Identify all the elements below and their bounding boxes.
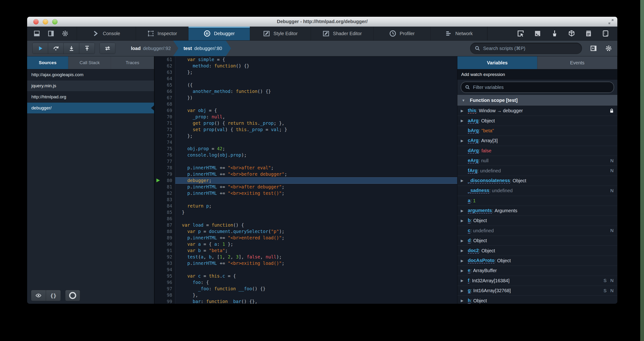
gear-icon[interactable] (62, 30, 69, 37)
line-number[interactable]: 93 (154, 260, 175, 266)
source-item[interactable]: debugger/ (27, 102, 154, 114)
pick-element-icon[interactable] (517, 30, 524, 37)
line-number[interactable]: 72 (154, 126, 175, 133)
resize-icon[interactable] (608, 19, 614, 25)
expand-arrow-icon[interactable]: ▶ (461, 109, 464, 113)
line-number[interactable]: 85 (154, 209, 175, 216)
line-number[interactable]: 67 (154, 94, 175, 101)
responsive-mode-icon[interactable] (602, 30, 609, 37)
line-number[interactable]: 88 (154, 228, 175, 235)
expand-arrow-icon[interactable]: ▶ (461, 248, 464, 253)
variable-row[interactable]: ▶ f: Int32Array[16384] SN (458, 276, 617, 286)
source-group[interactable]: http://ajax.googleapis.com (27, 69, 154, 80)
tab-style-editor[interactable]: Style Editor (250, 27, 311, 40)
line-number[interactable]: 64 (154, 76, 175, 82)
panel-toggle-icon[interactable] (590, 45, 597, 52)
variable-row[interactable]: ▶ cArg: Array[3] (458, 136, 617, 146)
add-watch-expression[interactable]: Add watch expression (458, 69, 617, 80)
line-number[interactable]: 63 (154, 69, 175, 76)
line-number[interactable]: 99 (154, 298, 175, 304)
variable-row[interactable]: ▶ _disconsolateness: Object (458, 176, 617, 186)
tab-console[interactable]: Console (77, 27, 136, 40)
zoom-button[interactable] (52, 19, 58, 24)
variable-row[interactable]: a: 1 (458, 196, 617, 206)
line-number[interactable]: 70 (154, 114, 175, 120)
sidebar-tab-call-stack[interactable]: Call Stack (68, 56, 111, 69)
variable-row[interactable]: ▶ e: ArrayBuffer (458, 266, 617, 276)
line-number[interactable]: 87 (154, 222, 175, 228)
line-number[interactable]: 79 (154, 171, 175, 177)
line-number[interactable]: 62 (154, 63, 175, 69)
tab-debugger[interactable]: Debugger (188, 27, 250, 40)
variable-row[interactable]: ▶ h: Object (458, 296, 617, 304)
line-number[interactable]: 65 (154, 82, 175, 88)
tab-inspector[interactable]: Inspector (136, 27, 188, 40)
line-number[interactable]: 89 (154, 235, 175, 241)
line-number[interactable]: 77 (154, 158, 175, 164)
scratchpad-icon[interactable] (585, 30, 592, 37)
line-number[interactable]: 71 (154, 120, 175, 126)
variable-row[interactable]: ▶ g: Int16Array[32768] SN (458, 286, 617, 296)
split-console-icon[interactable] (534, 30, 542, 37)
line-number[interactable]: 90 (154, 241, 175, 248)
expand-arrow-icon[interactable]: ▶ (461, 218, 464, 223)
line-number[interactable]: 73 (154, 133, 175, 139)
minimize-button[interactable] (43, 19, 48, 24)
tab-shader-editor[interactable]: Shader Editor (311, 27, 374, 40)
line-number[interactable]: 78 (154, 164, 175, 171)
variable-row[interactable]: ▶ arguments: Arguments (458, 206, 617, 216)
source-group[interactable]: http://htmlpad.org (27, 92, 154, 102)
line-number[interactable]: 68 (154, 101, 175, 107)
line-number[interactable]: 94 (154, 266, 175, 273)
line-number[interactable]: 83 (154, 196, 175, 203)
breadcrumb-test[interactable]: testdebugger/:80 (173, 40, 231, 56)
variable-row[interactable]: ▶ docAsProto: Object (458, 256, 617, 266)
line-number[interactable]: 81 (154, 184, 175, 190)
resume-button[interactable] (32, 43, 48, 54)
window-titlebar[interactable]: Debugger - http://htmlpad.org/debugger/ (27, 17, 617, 27)
pause-on-exceptions-button[interactable] (65, 290, 80, 301)
step-over-button[interactable] (48, 43, 64, 54)
filter-variables-input[interactable] (472, 84, 610, 90)
paintbrush-icon[interactable] (551, 30, 558, 37)
variable-row[interactable]: ▶ d: Object (458, 236, 617, 246)
line-number[interactable]: 86 (154, 216, 175, 222)
line-number[interactable]: 80 (154, 177, 175, 184)
line-number[interactable]: 69 (154, 107, 175, 114)
sidebar-tab-traces[interactable]: Traces (111, 56, 154, 69)
expand-arrow-icon[interactable]: ▶ (461, 259, 464, 263)
line-number[interactable]: 61 (154, 56, 175, 63)
line-number[interactable]: 98 (154, 292, 175, 298)
gear-icon[interactable] (605, 45, 612, 52)
expand-arrow-icon[interactable]: ▶ (461, 178, 464, 183)
variable-row[interactable]: ▶ b: Object (458, 216, 617, 226)
variable-row[interactable]: c: undefined N (458, 226, 617, 236)
expand-arrow-icon[interactable]: ▶ (461, 118, 464, 123)
dock-side-icon[interactable] (48, 30, 54, 37)
tab-network[interactable]: Network (430, 27, 487, 40)
breadcrumb-load[interactable]: loaddebugger/:92 (125, 40, 176, 56)
line-number[interactable]: 92 (154, 254, 175, 260)
blackbox-source-button[interactable] (31, 290, 46, 301)
variable-row[interactable]: bArg: "beta" (458, 126, 617, 136)
sidebar-tab-sources[interactable]: Sources (27, 56, 68, 69)
dock-bottom-icon[interactable] (33, 30, 40, 37)
close-button[interactable] (33, 19, 39, 24)
line-number[interactable]: 96 (154, 279, 175, 286)
panel-tab-variables[interactable]: Variables (458, 56, 537, 69)
variable-row[interactable]: eArg: null N (458, 156, 617, 166)
variable-row[interactable]: fArg: undefined N (458, 166, 617, 176)
expand-arrow-icon[interactable]: ▶ (461, 139, 464, 143)
code-editor[interactable]: 61 var simple = { 62 method: function() … (154, 56, 457, 304)
expand-arrow-icon[interactable]: ▶ (461, 289, 464, 293)
line-number[interactable]: 91 (154, 248, 175, 254)
line-number[interactable]: 66 (154, 88, 175, 94)
variable-row[interactable]: _sadness: undefined N (458, 186, 617, 196)
source-item[interactable]: jquery.min.js (27, 80, 154, 92)
expand-arrow-icon[interactable]: ▶ (461, 268, 464, 273)
variable-row[interactable]: ▶ this: Window → debugger (458, 106, 617, 116)
line-number[interactable]: 74 (154, 139, 175, 146)
toggle-black-boxing-button[interactable] (100, 43, 115, 54)
step-out-button[interactable] (79, 43, 94, 54)
line-number[interactable]: 97 (154, 286, 175, 292)
